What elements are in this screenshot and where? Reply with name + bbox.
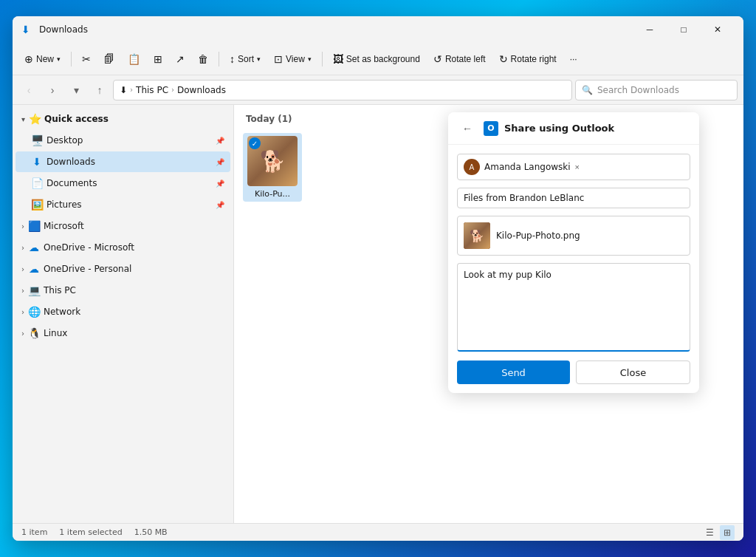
linux-icon: 🐧 — [27, 327, 41, 339]
window-title: Downloads — [39, 24, 633, 35]
sort-label: Sort — [238, 54, 254, 64]
rotate-right-button[interactable]: ↻ Rotate right — [493, 47, 563, 71]
cut-icon: ✂ — [82, 53, 91, 65]
message-textarea[interactable]: Look at my pup Kilo| — [457, 263, 690, 352]
sidebar-item-downloads[interactable]: ⬇ Downloads 📌 — [16, 151, 230, 172]
sidebar-item-onedrive-personal[interactable]: › ☁ OneDrive - Personal — [16, 259, 230, 279]
new-label: New — [36, 54, 54, 64]
paste-button[interactable]: 📋 — [122, 47, 146, 71]
address-icon: ⬇ — [120, 85, 127, 95]
sidebar-label-pictures: Pictures — [47, 199, 82, 210]
share-dialog-overlay: ← O Share using Outlook A — [234, 105, 743, 523]
dialog-back-button[interactable]: ← — [457, 118, 478, 139]
back-button[interactable]: ‹ — [18, 80, 39, 100]
this-pc-icon: 💻 — [27, 284, 41, 296]
pictures-icon: 🖼️ — [30, 199, 44, 211]
sidebar-item-desktop[interactable]: 🖥️ Desktop 📌 — [16, 130, 230, 151]
search-bar[interactable]: 🔍 Search Downloads — [575, 80, 738, 100]
recipient-remove-button[interactable]: × — [575, 163, 580, 171]
sidebar-item-this-pc[interactable]: › 💻 This PC — [16, 280, 230, 301]
delete-icon: 🗑 — [198, 53, 208, 65]
set-background-button[interactable]: 🖼 Set as background — [327, 47, 426, 71]
cut-button[interactable]: ✂ — [76, 47, 97, 71]
new-button[interactable]: ⊕ New ▾ — [18, 47, 66, 71]
title-bar: ⬇ Downloads ─ □ ✕ — [13, 16, 743, 43]
sidebar-item-linux[interactable]: › 🐧 Linux — [16, 323, 230, 344]
send-button[interactable]: Send — [457, 360, 570, 384]
dialog-body: A Amanda Langowski × 🐕 — [448, 145, 699, 360]
share-icon: ↗ — [176, 53, 185, 65]
sidebar-label-onedrive-ms: OneDrive - Microsoft — [44, 242, 134, 253]
onedrive-personal-expand-icon: › — [21, 265, 24, 273]
toolbar-separator-2 — [219, 52, 219, 66]
dialog-footer: Send Close — [448, 360, 699, 393]
address-bar[interactable]: ⬇ › This PC › Downloads — [113, 80, 572, 100]
rotate-right-icon: ↻ — [499, 53, 508, 65]
nav-bar: ‹ › ▾ ↑ ⬇ › This PC › Downloads 🔍 Search… — [13, 75, 743, 105]
sidebar-item-pictures[interactable]: 🖼️ Pictures 📌 — [16, 194, 230, 215]
grid-view-button[interactable]: ⊞ — [720, 525, 735, 540]
selected-count: 1 item selected — [59, 527, 122, 537]
pictures-pin-icon: 📌 — [216, 201, 224, 209]
rename-button[interactable]: ⊞ — [148, 47, 168, 71]
network-expand-icon: › — [21, 308, 24, 316]
more-label: ··· — [570, 54, 577, 64]
sidebar-item-onedrive-microsoft[interactable]: › ☁ OneDrive - Microsoft — [16, 237, 230, 258]
list-view-button[interactable]: ☰ — [702, 525, 717, 540]
copy-button[interactable]: 🗐 — [98, 47, 120, 71]
close-button[interactable]: ✕ — [701, 18, 735, 41]
breadcrumb-downloads[interactable]: Downloads — [177, 85, 226, 95]
paste-icon: 📋 — [128, 53, 140, 65]
share-button[interactable]: ↗ — [170, 47, 190, 71]
attachment-name: Kilo-Pup-Photo.png — [496, 230, 580, 241]
up-button[interactable]: ↑ — [89, 80, 110, 100]
sidebar-label-linux: Linux — [44, 328, 67, 338]
file-explorer-window: ⬇ Downloads ─ □ ✕ ⊕ New ▾ ✂ 🗐 📋 ⊞ ↗ — [13, 16, 743, 541]
toolbar-separator-1 — [71, 52, 72, 66]
toolbar: ⊕ New ▾ ✂ 🗐 📋 ⊞ ↗ 🗑 ↕ Sort ▾ ⊡ — [13, 43, 743, 75]
forward-button[interactable]: › — [42, 80, 63, 100]
sort-chevron-icon: ▾ — [257, 55, 261, 63]
delete-button[interactable]: 🗑 — [192, 47, 214, 71]
onedrive-ms-icon: ☁ — [27, 242, 41, 253]
breadcrumb-separator-2: › — [171, 86, 174, 94]
history-button[interactable]: ▾ — [66, 80, 86, 100]
minimize-button[interactable]: ─ — [633, 18, 667, 41]
microsoft-expand-icon: › — [21, 222, 24, 230]
attachment-thumbnail: 🐕 — [464, 222, 490, 249]
sidebar-item-documents[interactable]: 📄 Documents 📌 — [16, 173, 230, 194]
maximize-button[interactable]: □ — [667, 18, 701, 41]
rotate-left-label: Rotate left — [445, 54, 486, 64]
sort-button[interactable]: ↕ Sort ▾ — [224, 47, 267, 71]
sidebar-item-network[interactable]: › 🌐 Network — [16, 301, 230, 322]
status-bar: 1 item 1 item selected 1.50 MB ☰ ⊞ — [13, 523, 743, 541]
breadcrumb-this-pc[interactable]: This PC — [136, 85, 168, 95]
sidebar: ▾ ⭐ Quick access 🖥️ Desktop 📌 ⬇ Download… — [13, 105, 234, 523]
rotate-left-button[interactable]: ↺ Rotate left — [427, 47, 492, 71]
outlook-icon-text: O — [487, 123, 494, 133]
sidebar-item-microsoft[interactable]: › 🟦 Microsoft — [16, 216, 230, 236]
copy-icon: 🗐 — [104, 53, 114, 65]
onedrive-ms-expand-icon: › — [21, 244, 24, 252]
recipient-tag: A Amanda Langowski × — [464, 159, 580, 175]
item-count: 1 item — [21, 527, 47, 537]
window-controls: ─ □ ✕ — [633, 18, 735, 41]
sidebar-label-onedrive-personal: OneDrive - Personal — [44, 264, 131, 274]
quick-access-expand-icon: ▾ — [21, 115, 25, 123]
subject-input[interactable] — [457, 188, 690, 208]
more-button[interactable]: ··· — [564, 47, 583, 71]
network-icon: 🌐 — [27, 306, 41, 318]
outlook-icon: O — [484, 121, 498, 136]
view-button[interactable]: ⊡ View ▾ — [268, 47, 317, 71]
microsoft-icon: 🟦 — [27, 220, 41, 232]
downloads-icon: ⬇ — [30, 156, 44, 168]
sort-icon: ↕ — [230, 53, 235, 65]
attachment-box: 🐕 Kilo-Pup-Photo.png — [457, 216, 690, 256]
recipient-box[interactable]: A Amanda Langowski × — [457, 154, 690, 180]
linux-expand-icon: › — [21, 329, 24, 338]
close-button[interactable]: Close — [576, 360, 690, 384]
rotate-right-label: Rotate right — [511, 54, 557, 64]
recipient-name: Amanda Langowski — [484, 162, 571, 172]
quick-access-star-icon: ⭐ — [28, 113, 41, 125]
sidebar-section-quick-access[interactable]: ▾ ⭐ Quick access — [16, 109, 230, 129]
